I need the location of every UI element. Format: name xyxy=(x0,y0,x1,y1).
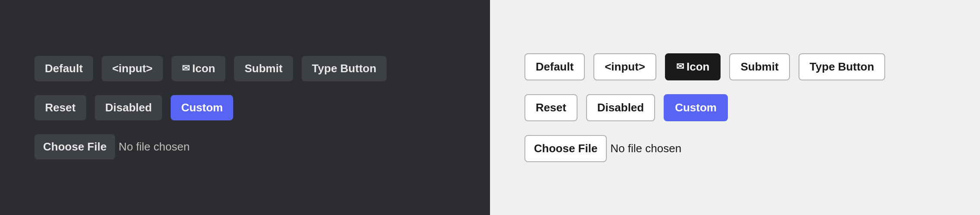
dark-panel: Default <input> ✉ Icon Submit Type Butto… xyxy=(0,0,490,215)
light-type-button[interactable]: Type Button xyxy=(799,53,886,80)
light-icon-button[interactable]: ✉ Icon xyxy=(665,53,721,80)
dark-reset-button[interactable]: Reset xyxy=(34,95,86,120)
light-input-button[interactable]: <input> xyxy=(593,53,656,80)
light-panel: Default <input> ✉ Icon Submit Type Butto… xyxy=(490,0,980,215)
envelope-icon-light: ✉ xyxy=(676,61,684,72)
light-disabled-button[interactable]: Disabled xyxy=(586,94,655,121)
light-no-file-label: No file chosen xyxy=(610,142,681,155)
dark-no-file-label: No file chosen xyxy=(119,140,190,154)
light-row-1: Default <input> ✉ Icon Submit Type Butto… xyxy=(524,53,885,80)
light-file-row: Choose File No file chosen xyxy=(524,135,681,162)
light-default-button[interactable]: Default xyxy=(524,53,585,80)
dark-file-row: Choose File No file chosen xyxy=(34,134,190,160)
dark-type-button[interactable]: Type Button xyxy=(302,56,387,81)
envelope-icon: ✉ xyxy=(182,63,190,74)
light-reset-button[interactable]: Reset xyxy=(524,94,577,121)
dark-default-button[interactable]: Default xyxy=(34,56,93,81)
light-custom-button[interactable]: Custom xyxy=(664,94,728,121)
dark-submit-button[interactable]: Submit xyxy=(234,56,293,81)
dark-custom-button[interactable]: Custom xyxy=(171,95,233,120)
dark-choose-file-button[interactable]: Choose File xyxy=(34,134,115,160)
light-choose-file-button[interactable]: Choose File xyxy=(524,135,607,162)
dark-row-2: Reset Disabled Custom xyxy=(34,95,233,120)
dark-input-button[interactable]: <input> xyxy=(102,56,163,81)
dark-row-1: Default <input> ✉ Icon Submit Type Butto… xyxy=(34,56,387,81)
dark-disabled-button[interactable]: Disabled xyxy=(95,95,162,120)
dark-icon-button[interactable]: ✉ Icon xyxy=(172,56,225,81)
light-row-2: Reset Disabled Custom xyxy=(524,94,728,121)
light-submit-button[interactable]: Submit xyxy=(729,53,790,80)
